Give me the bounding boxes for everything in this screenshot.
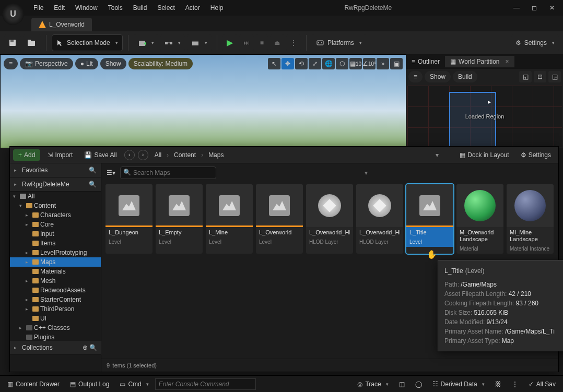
content-drawer-button[interactable]: ▥ Content Drawer <box>3 378 64 390</box>
world-partition-tab[interactable]: ▦ World Partition × <box>445 56 514 67</box>
grid-snap[interactable]: ▦ 10 <box>349 58 362 69</box>
maximize-vp[interactable]: ▣ <box>390 58 403 69</box>
minimize-button[interactable]: — <box>508 2 525 14</box>
stop-button[interactable]: ■ <box>256 34 268 51</box>
asset-l-empty[interactable]: L_EmptyLevel <box>156 184 203 254</box>
tree-content[interactable]: ▾Content <box>10 201 101 210</box>
maximize-button[interactable]: ◻ <box>525 2 543 14</box>
add-content-dropdown[interactable]: + <box>134 34 158 51</box>
settings-dropdown[interactable]: ⚙ Settings <box>511 34 559 51</box>
world-partition-canvas[interactable]: ▸ Loaded Region <box>407 86 562 147</box>
wp-tool1[interactable]: ◱ <box>519 71 532 82</box>
view-perspective[interactable]: 📷 Perspective <box>20 58 73 69</box>
tree-items[interactable]: Items <box>10 239 101 248</box>
wp-show[interactable]: Show <box>425 71 451 82</box>
tree-c---classes[interactable]: ▸C++ Classes <box>10 323 101 332</box>
platforms-dropdown[interactable]: Platforms <box>312 34 366 51</box>
trace-dropdown[interactable]: ◎ Trace <box>353 378 392 390</box>
cmd-dropdown[interactable]: ▭ Cmd <box>115 378 153 390</box>
derived-data-dropdown[interactable]: ☷ Derived Data <box>428 378 489 390</box>
play-button[interactable]: ▶ <box>222 34 237 51</box>
menu-window[interactable]: Window <box>70 2 103 14</box>
view-lit[interactable]: ● Lit <box>75 58 98 69</box>
tree-maps[interactable]: ▸Maps <box>10 257 101 267</box>
crumb-all[interactable]: All <box>151 150 165 160</box>
asset-l-title[interactable]: L_TitleLevel <box>406 184 453 254</box>
menu-build[interactable]: Build <box>128 2 153 14</box>
angle-snap[interactable]: ∠ 10° <box>363 58 376 69</box>
selection-mode-dropdown[interactable]: Selection Mode <box>52 34 123 51</box>
loaded-region[interactable]: ▸ <box>449 92 496 155</box>
asset-m-overworld-landscape[interactable]: M_Overworld LandscapeMaterial <box>456 184 503 254</box>
collections-section[interactable]: ▸Collections⊕ 🔍 <box>10 341 101 355</box>
step-button[interactable]: ⏭ <box>239 34 254 51</box>
tree-startercontent[interactable]: ▸StarterContent <box>10 295 101 304</box>
asset-l-mine[interactable]: L_MineLevel <box>206 184 253 254</box>
crumb-content[interactable]: Content <box>171 150 199 160</box>
menu-edit[interactable]: Edit <box>49 2 70 14</box>
output-log-button[interactable]: ▤ Output Log <box>66 378 113 390</box>
viewport[interactable]: ≡ 📷 Perspective ● Lit Show Scalability: … <box>0 54 406 148</box>
crumb-dropdown[interactable]: ▾ <box>436 151 439 159</box>
eject-button[interactable]: ⏏ <box>270 34 284 51</box>
trace-rec[interactable]: ◯ <box>411 378 426 390</box>
surface-snap[interactable]: ⬡ <box>336 58 348 69</box>
tree-core[interactable]: ▸Core <box>10 220 101 229</box>
outliner-tab[interactable]: ≡ Outliner <box>406 56 445 67</box>
tree-ui[interactable]: UI <box>10 314 101 323</box>
select-tool[interactable]: ↖ <box>268 58 280 69</box>
save-all-button[interactable]: 💾 Save All <box>80 149 121 161</box>
view-show[interactable]: Show <box>100 58 126 69</box>
tree-input[interactable]: Input <box>10 229 101 239</box>
menu-file[interactable]: File <box>28 2 49 14</box>
wp-tool3[interactable]: ◲ <box>548 71 561 82</box>
tree-levelprototyping[interactable]: ▸LevelPrototyping <box>10 248 101 257</box>
menu-select[interactable]: Select <box>152 2 180 14</box>
blueprint-dropdown[interactable] <box>160 34 185 51</box>
more-vp[interactable]: » <box>377 58 389 69</box>
menu-help[interactable]: Help <box>205 2 229 14</box>
crumb-maps[interactable]: Maps <box>205 150 227 160</box>
revision-control[interactable]: ⛓ <box>491 378 506 390</box>
viewport-menu[interactable]: ≡ <box>4 58 18 69</box>
wp-menu[interactable]: ≡ <box>408 71 423 82</box>
rotate-tool[interactable]: ⟲ <box>295 58 308 69</box>
tree-thirdperson[interactable]: ▸ThirdPerson <box>10 304 101 314</box>
asset-l-overworld-hlodlayer-[interactable]: L_Overworld_HLODLayer_HLOD Layer <box>356 184 403 254</box>
cinematics-dropdown[interactable] <box>187 34 212 51</box>
menu-tools[interactable]: Tools <box>103 2 128 14</box>
search-dropdown[interactable]: ▾ <box>365 169 368 176</box>
favorites-section[interactable]: ▸Favorites🔍 <box>10 163 101 177</box>
asset-mi-mine-landscape[interactable]: MI_Mine LandscapeMaterial Instance <box>507 184 554 254</box>
asset-l-dungeon[interactable]: L_DungeonLevel <box>105 184 153 254</box>
wp-tool2[interactable]: ⊡ <box>534 71 546 82</box>
tree-characters[interactable]: ▸Characters <box>10 210 101 220</box>
menu-actor[interactable]: Actor <box>180 2 205 14</box>
world-local-toggle[interactable]: 🌐 <box>322 58 335 69</box>
add-button[interactable]: + Add <box>13 149 40 161</box>
play-options[interactable]: ⋮ <box>286 34 301 51</box>
browse-button[interactable] <box>23 34 41 51</box>
project-section[interactable]: ▸RwRpgDeleteMe🔍 <box>10 177 101 192</box>
console-input[interactable] <box>155 378 256 390</box>
dock-button[interactable]: ▦ Dock in Layout <box>455 149 513 161</box>
tree-redwoodassets[interactable]: RedwoodAssets <box>10 286 101 295</box>
tree-all[interactable]: ▾All <box>10 192 101 201</box>
close-button[interactable]: ✕ <box>543 2 561 14</box>
nav-forward[interactable]: › <box>138 150 148 160</box>
wp-build[interactable]: Build <box>453 71 477 82</box>
tree-mesh[interactable]: ▸Mesh <box>10 276 101 286</box>
search-input[interactable] <box>120 167 216 179</box>
asset-l-overworld[interactable]: L_OverworldLevel <box>256 184 303 254</box>
filter-button[interactable]: ☰▾ <box>104 167 117 179</box>
import-button[interactable]: ⇲ Import <box>43 149 77 161</box>
more-status[interactable]: ⋮ <box>508 378 522 390</box>
save-button[interactable] <box>4 34 21 51</box>
scale-tool[interactable]: ⤢ <box>309 58 321 69</box>
nav-back[interactable]: ‹ <box>124 150 135 160</box>
translate-tool[interactable]: ✥ <box>282 58 294 69</box>
trace-store[interactable]: ◫ <box>395 378 409 390</box>
view-scalability[interactable]: Scalability: Medium <box>128 58 193 69</box>
cb-settings-button[interactable]: ⚙ Settings <box>517 149 555 161</box>
tree-materials[interactable]: Materials <box>10 267 101 276</box>
